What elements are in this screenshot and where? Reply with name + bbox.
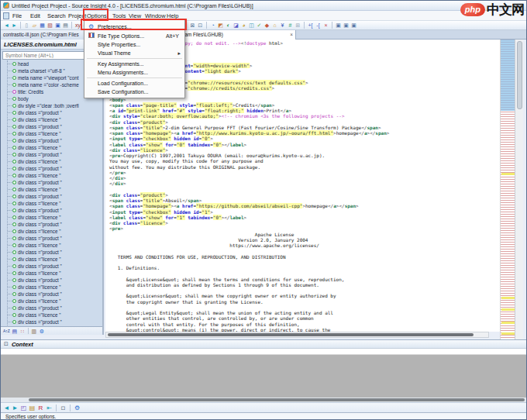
- symbol-label: title: Credits: [18, 89, 43, 95]
- tool-home-icon[interactable]: ⌂: [271, 22, 278, 29]
- menu-item-file-type-options[interactable]: File Type Options...Alt+Y: [84, 32, 184, 40]
- symbol-item[interactable]: div class ="product ": [1, 318, 102, 325]
- symbol-item[interactable]: div class ="licence ": [1, 172, 102, 179]
- editor-hscrollbar-thumb[interactable]: [108, 333, 474, 336]
- book-jump-icon[interactable]: ◰: [20, 404, 27, 412]
- window-b-icon[interactable]: ▣: [343, 22, 350, 29]
- symbol-item[interactable]: div class ="product ": [1, 165, 102, 172]
- symbol-item[interactable]: div class ="licence ": [1, 228, 102, 235]
- menu-item-visual-theme[interactable]: Visual Theme▸: [84, 49, 184, 57]
- title-bar[interactable]: Untitled Project Project - Source Insigh…: [1, 1, 527, 11]
- symbol-item[interactable]: div class ="licence ": [1, 242, 102, 249]
- tool-half-icon[interactable]: ◐: [225, 22, 232, 29]
- layout-single-icon[interactable]: ⊡: [197, 22, 204, 29]
- group-view-icon[interactable]: ∷: [19, 328, 26, 335]
- list-view-icon[interactable]: ▤: [12, 328, 18, 335]
- menu-item-style-properties[interactable]: Style Properties...: [84, 40, 184, 49]
- symbol-item[interactable]: div class ="product ": [1, 193, 102, 200]
- symbol-item[interactable]: div class ="licence ": [1, 186, 102, 193]
- menu-file[interactable]: File: [10, 11, 24, 21]
- char-case-icon[interactable]: xy: [74, 22, 81, 29]
- symbol-item[interactable]: div class ="licence ": [1, 256, 102, 263]
- tool-diamond-icon[interactable]: ◆: [264, 22, 270, 29]
- gear-icon[interactable]: ⚙: [39, 328, 45, 335]
- symbol-item[interactable]: div class ="product ": [1, 151, 102, 158]
- tree-connector: [8, 84, 12, 85]
- tool-corner-icon[interactable]: ◩: [217, 22, 224, 29]
- symbol-item[interactable]: div class ="product ": [1, 277, 102, 284]
- tool-currency-icon[interactable]: ¥: [279, 22, 286, 29]
- element-symbol-icon: [12, 146, 16, 150]
- symbol-item[interactable]: div class ="licence ": [1, 130, 102, 137]
- minimap[interactable]: [500, 40, 515, 339]
- menu-search[interactable]: Search: [45, 11, 68, 21]
- symbol-item[interactable]: div class ="product ": [1, 235, 102, 242]
- editor-hscrollbar[interactable]: [105, 332, 489, 338]
- menu-item-save-configuration[interactable]: Save Configuration...: [84, 88, 184, 96]
- settings-gear-icon[interactable]: ⚙: [74, 404, 81, 412]
- print-icon[interactable]: ▤: [62, 22, 69, 29]
- symbol-item[interactable]: div class ="product ": [1, 305, 102, 312]
- symbol-item[interactable]: div class ="product ": [1, 263, 102, 270]
- symbol-item[interactable]: div class ="product ": [1, 123, 102, 130]
- symbol-item[interactable]: div class ="licence ": [1, 144, 102, 151]
- menu-edit[interactable]: Edit: [28, 11, 43, 21]
- symbol-item[interactable]: div class ="licence ": [1, 214, 102, 221]
- window-a-icon[interactable]: ▣: [335, 22, 342, 29]
- lock-icon[interactable]: ◘: [60, 404, 67, 412]
- save-as-icon[interactable]: ▧: [46, 22, 53, 29]
- symbol-item[interactable]: div class ="product ": [1, 179, 102, 186]
- book-icon[interactable]: ▥: [31, 328, 37, 335]
- open-file-icon[interactable]: ▱: [31, 22, 38, 29]
- symbol-item[interactable]: div class ="licence ": [1, 270, 102, 277]
- sort-az-icon[interactable]: A↕Z: [3, 328, 10, 335]
- nav-back-icon[interactable]: ◄: [3, 22, 10, 29]
- tool-clock-icon[interactable]: ◔: [209, 22, 216, 29]
- tool-diag-icon[interactable]: ◪: [232, 22, 239, 29]
- symbol-item[interactable]: div class ="product ": [1, 137, 102, 144]
- symbol-label: div class ="product ": [18, 110, 62, 115]
- symbol-item[interactable]: div class ="licence ": [1, 298, 102, 305]
- context-hscrollbar-thumb[interactable]: [29, 398, 525, 401]
- nav-forward-icon[interactable]: ►: [11, 22, 18, 29]
- menu-item-load-configuration[interactable]: Load Configuration...: [84, 79, 184, 88]
- editor-vscrollbar[interactable]: [515, 40, 523, 339]
- symbol-item[interactable]: div class ="product ": [1, 291, 102, 298]
- menu-item-menu-assignments[interactable]: Menu Assignments...: [84, 68, 184, 77]
- delete-x-icon[interactable]: ×: [322, 22, 329, 29]
- tool-pie-icon[interactable]: ◕: [240, 22, 247, 29]
- indent-plus-icon[interactable]: +[: [307, 22, 314, 29]
- window-c-icon[interactable]: ▣: [350, 22, 357, 29]
- tool-hash-icon[interactable]: #: [287, 22, 294, 29]
- book-open-icon[interactable]: ▤: [29, 404, 36, 412]
- symbol-item[interactable]: div class ="product ": [1, 207, 102, 214]
- symbol-item[interactable]: div style ="clear :both ;overfl: [1, 102, 102, 109]
- symbol-item[interactable]: div class ="licence ": [1, 312, 102, 318]
- code-line: without fee. You may distribute this ORI…: [109, 164, 389, 170]
- symbol-item[interactable]: div class ="product ": [1, 109, 102, 116]
- save-icon[interactable]: ▦: [39, 22, 46, 29]
- save-all-icon[interactable]: ▣: [54, 22, 61, 29]
- symbol-item[interactable]: div class ="licence ": [1, 200, 102, 207]
- tab-close-icon[interactable]: ×: [288, 30, 293, 40]
- ctx-forward-icon[interactable]: ►: [12, 404, 19, 412]
- tool-check-icon[interactable]: ✓: [256, 22, 263, 29]
- tool-box-icon[interactable]: ◫: [248, 22, 255, 29]
- indent-minus-icon[interactable]: -[: [315, 22, 322, 29]
- symbol-item[interactable]: div class ="licence ": [1, 284, 102, 291]
- minimap-viewport[interactable]: [501, 40, 515, 111]
- symbol-item[interactable]: div class ="product ": [1, 249, 102, 256]
- context-panel-header[interactable]: ⊡ Context: [1, 339, 527, 349]
- goto-definition-icon[interactable]: ⇤: [46, 404, 53, 412]
- symbol-item[interactable]: div class ="licence ": [1, 158, 102, 165]
- menu-item-preferences[interactable]: ⚙Preferences...: [84, 22, 184, 32]
- layout-close-icon[interactable]: ⊠: [189, 22, 196, 29]
- ctx-back-icon[interactable]: ◄: [3, 404, 10, 412]
- tool-grid2-icon[interactable]: ⊞: [294, 22, 301, 29]
- editor-vscrollbar-thumb[interactable]: [517, 41, 522, 109]
- menu-item-key-assignments[interactable]: Key Assignments...: [84, 60, 184, 68]
- new-file-icon[interactable]: ▯: [23, 22, 30, 29]
- symbol-item[interactable]: div class ="licence ": [1, 116, 102, 123]
- symbol-item[interactable]: div class ="product ": [1, 221, 102, 228]
- script-r-icon[interactable]: R: [37, 404, 44, 412]
